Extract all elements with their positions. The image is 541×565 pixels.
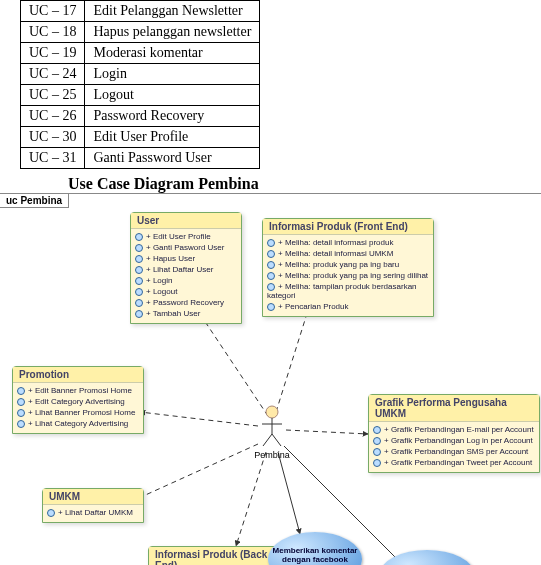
bullet-icon: [373, 426, 381, 434]
uc-name: Edit User Profile: [85, 127, 260, 148]
uc-name: Hapus pelanggan newsletter: [85, 22, 260, 43]
usecase-item: + Grafik Perbandingan E-mail per Account: [373, 424, 535, 435]
package-title: UMKM: [43, 489, 143, 505]
bullet-icon: [267, 283, 275, 291]
bullet-icon: [17, 398, 25, 406]
usecase-item: + Lihat Daftar UMKM: [47, 507, 139, 518]
usecase-item: + Edit Category Advertising: [17, 396, 139, 407]
uc-name: Moderasi komentar: [85, 43, 260, 64]
bullet-icon: [135, 266, 143, 274]
uc-code: UC – 17: [21, 1, 85, 22]
uc-code: UC – 24: [21, 64, 85, 85]
svg-line-4: [130, 444, 258, 502]
table-row: UC – 17Edit Pelanggan Newsletter: [21, 1, 260, 22]
usecase-item: + Logout: [135, 286, 237, 297]
usecase-item: + Edit User Profile: [135, 231, 237, 242]
usecase-comment: Memberikan komentar dengan facebook comm…: [268, 532, 362, 565]
svg-line-1: [276, 304, 310, 412]
usecase-item: + Grafik Perbandingan Tweet per Account: [373, 457, 535, 468]
uc-name: Logout: [85, 85, 260, 106]
uc-code: UC – 25: [21, 85, 85, 106]
bullet-icon: [135, 255, 143, 263]
package-title: Grafik Performa Pengusaha UMKM: [369, 395, 539, 422]
usecase-item: + Hapus User: [135, 253, 237, 264]
usecase-item: + Meliha: produk yang pa ing sering dili…: [267, 270, 429, 281]
bullet-icon: [135, 233, 143, 241]
uc-name: Password Recovery: [85, 106, 260, 127]
usecase-item: + Pencarian Produk: [267, 301, 429, 312]
table-row: UC – 18Hapus pelanggan newsletter: [21, 22, 260, 43]
bullet-icon: [373, 437, 381, 445]
bullet-icon: [267, 272, 275, 280]
usecase-item: + Lihat Banner Promosi Home: [17, 407, 139, 418]
svg-point-8: [266, 406, 278, 418]
uc-name: Ganti Password User: [85, 148, 260, 169]
usecase-item: + Edit Banner Promosi Home: [17, 385, 139, 396]
usecase-item: + Grafik Perbandingan SMS per Account: [373, 446, 535, 457]
bullet-icon: [17, 409, 25, 417]
bullet-icon: [135, 310, 143, 318]
usecase-item: + Ganti Pasword User: [135, 242, 237, 253]
uc-code: UC – 18: [21, 22, 85, 43]
package-promotion: Promotion + Edit Banner Promosi Home + E…: [12, 366, 144, 434]
bullet-icon: [267, 261, 275, 269]
usecase-item: + Password Recovery: [135, 297, 237, 308]
table-row: UC – 25Logout: [21, 85, 260, 106]
use-case-diagram: uc Pembina User + Edit User Profile + Ga…: [0, 193, 541, 565]
package-info-front: Informasi Produk (Front End) + Meliha: d…: [262, 218, 434, 317]
package-umkm: UMKM + Lihat Daftar UMKM: [42, 488, 144, 523]
bullet-icon: [373, 459, 381, 467]
usecase-item: + Tambah User: [135, 308, 237, 319]
usecase-item: + Meliha: tampilan produk berdasarkan ka…: [267, 281, 429, 301]
bullet-icon: [47, 509, 55, 517]
bullet-icon: [135, 288, 143, 296]
diagram-title: Use Case Diagram Pembina: [68, 175, 541, 193]
frame-label: uc Pembina: [0, 194, 69, 208]
usecase-item: + Meliha: detail informasi produk: [267, 237, 429, 248]
bullet-icon: [373, 448, 381, 456]
package-title: User: [131, 213, 241, 229]
package-title: Informasi Produk (Front End): [263, 219, 433, 235]
svg-line-11: [263, 434, 272, 446]
package-title: Promotion: [13, 367, 143, 383]
bullet-icon: [17, 387, 25, 395]
svg-line-0: [200, 314, 268, 416]
uc-name: Edit Pelanggan Newsletter: [85, 1, 260, 22]
use-case-table: UC – 17Edit Pelanggan Newsletter UC – 18…: [20, 0, 260, 169]
bullet-icon: [135, 277, 143, 285]
table-row: UC – 31Ganti Password User: [21, 148, 260, 169]
bullet-icon: [267, 250, 275, 258]
uc-code: UC – 19: [21, 43, 85, 64]
table-row: UC – 30Edit User Profile: [21, 127, 260, 148]
table-row: UC – 19Moderasi komentar: [21, 43, 260, 64]
bullet-icon: [135, 244, 143, 252]
package-grafik: Grafik Performa Pengusaha UMKM + Grafik …: [368, 394, 540, 473]
svg-line-3: [286, 430, 368, 434]
uc-code: UC – 30: [21, 127, 85, 148]
usecase-item: + Lihat Category Advertising: [17, 418, 139, 429]
usecase-item: + Meliha: produk yang pa ing baru: [267, 259, 429, 270]
bullet-icon: [17, 420, 25, 428]
uc-name: Login: [85, 64, 260, 85]
package-user: User + Edit User Profile + Ganti Pasword…: [130, 212, 242, 324]
usecase-item: + Grafik Perbandingan Log in per Account: [373, 435, 535, 446]
usecase-item: + Lihat Daftar User: [135, 264, 237, 275]
usecase-item: + Meliha: detail informasi UMKM: [267, 248, 429, 259]
svg-line-5: [236, 452, 266, 546]
table-row: UC – 24Login: [21, 64, 260, 85]
table-row: UC – 26Password Recovery: [21, 106, 260, 127]
actor-pembina: Pembina: [252, 404, 292, 460]
bullet-icon: [267, 239, 275, 247]
svg-line-2: [140, 412, 258, 426]
usecase-ranking: Melihat User Ranking: [380, 550, 474, 565]
svg-line-6: [278, 452, 300, 534]
bullet-icon: [135, 299, 143, 307]
usecase-item: + Login: [135, 275, 237, 286]
uc-code: UC – 31: [21, 148, 85, 169]
uc-code: UC – 26: [21, 106, 85, 127]
actor-label: Pembina: [252, 450, 292, 460]
bullet-icon: [267, 303, 275, 311]
svg-line-12: [272, 434, 281, 446]
actor-icon: [257, 404, 287, 448]
